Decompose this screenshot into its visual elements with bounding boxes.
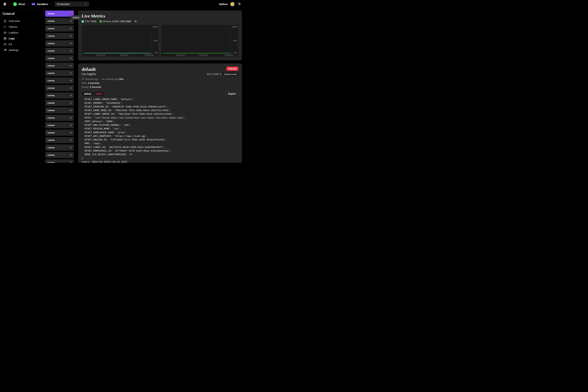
sidebar-item-label: Settings xyxy=(9,49,19,52)
detail-start: Start: 3 seconds xyxy=(82,81,123,85)
logo-icon[interactable] xyxy=(3,2,7,6)
sidebar-item-label: Overview xyxy=(9,20,20,22)
log-output[interactable]: RIVET_LOBBY_GROUP_NAME: 'default', RIVET… xyxy=(82,98,238,163)
lobby-item[interactable]: custom xyxy=(45,130,74,136)
lobby-item[interactable]: custom xyxy=(45,55,74,61)
lobby-name: custom xyxy=(47,161,55,163)
status-dot-icon xyxy=(70,20,72,22)
sidebar-item-kv[interactable]: KV xyxy=(2,42,40,47)
tab-stdout[interactable]: stdout xyxy=(82,92,93,96)
lobby-item[interactable]: custom xyxy=(45,107,74,114)
status-dot-icon xyxy=(70,80,72,81)
sidebar-item-tokens[interactable]: Tokens xyxy=(2,24,40,30)
lobby-name: custom xyxy=(47,86,55,90)
memory-chart: 100% 50% 0% 22:10 UTC 22:15 UTC 22:20 UT… xyxy=(161,24,238,57)
lobby-item[interactable]: custom xyxy=(45,70,74,76)
tab-stderr[interactable]: stderr xyxy=(93,92,105,96)
sidebar-item-lobbies[interactable]: Lobbies xyxy=(2,30,40,36)
lobby-item[interactable]: custom xyxy=(45,100,74,106)
lobby-name: custom xyxy=(47,154,55,156)
svg-rect-8 xyxy=(4,32,6,32)
lobby-item-selected[interactable]: default xyxy=(45,10,74,17)
lobby-name: custom xyxy=(47,79,55,82)
breadcrumb-org[interactable]: R Rivet xyxy=(13,2,25,6)
project-icon xyxy=(31,2,35,6)
status-dot-icon xyxy=(70,58,72,59)
status-badge: FAILED xyxy=(226,66,238,71)
chart-xtick: 22:10 UTC xyxy=(97,54,105,56)
chart-ytick: 0% xyxy=(155,52,158,54)
content-area: Live Metrics CPU 0.0% Memory 0.0 B / 182… xyxy=(76,8,244,163)
sidebar-item-settings[interactable]: Settings xyxy=(2,47,40,53)
user-name[interactable]: Nathan xyxy=(219,3,228,6)
chevron-right-icon xyxy=(27,3,29,6)
cpu-series-line xyxy=(84,53,151,53)
chart-ytick: 100% xyxy=(153,26,158,28)
status-dot-icon xyxy=(70,124,72,126)
status-dot-icon xyxy=(70,50,72,52)
user-avatar[interactable]: 😏 xyxy=(230,2,235,6)
svg-point-7 xyxy=(4,27,5,28)
svg-point-6 xyxy=(5,20,5,21)
lobby-item[interactable]: custom xyxy=(45,115,74,121)
sidebar-item-label: Lobbies xyxy=(9,31,18,34)
sidebar-item-label: Tokens xyxy=(9,26,17,28)
chart-xtick: 22:15 UTC xyxy=(199,54,208,56)
legend-memory-label: Memory xyxy=(103,20,111,23)
detail-ready: Ready: 0 seconds xyxy=(82,85,123,89)
sidebar-item-overview[interactable]: Overview xyxy=(2,18,40,24)
lobby-name: custom xyxy=(47,116,55,119)
legend-memory-value: 0.0 B / 182.0 MiB xyxy=(112,20,131,23)
exit-code-label: EXIT CODE: xyxy=(207,73,219,76)
lobby-item[interactable]: custom xyxy=(45,48,74,54)
status-dot-icon xyxy=(70,43,72,44)
help-icon[interactable]: ? xyxy=(134,20,137,23)
sidebar: General Overview Tokens Lobbies Logs KV … xyxy=(0,8,43,163)
lobby-item[interactable]: custom xyxy=(45,122,74,128)
lobby-item[interactable]: custom xyxy=(45,137,74,143)
status-dot-icon xyxy=(70,132,72,134)
status-dot-icon xyxy=(70,110,72,111)
lobby-name: custom xyxy=(47,109,55,112)
org-name: Rivet xyxy=(18,2,25,6)
chart-ytick: 0% xyxy=(234,52,237,54)
table-icon xyxy=(4,43,6,46)
export-button[interactable]: Export xyxy=(225,91,238,96)
lobby-item[interactable]: custom xyxy=(45,152,74,158)
server-icon xyxy=(4,31,6,34)
lobby-item[interactable]: custom xyxy=(45,144,74,151)
lobby-name: custom xyxy=(47,20,55,22)
lobby-item[interactable]: custom xyxy=(45,85,74,91)
chart-ytick: 100% xyxy=(232,26,237,28)
lobby-item[interactable]: custom xyxy=(45,62,74,69)
lobby-item[interactable]: custom xyxy=(45,78,74,84)
lobby-item[interactable]: custom xyxy=(45,92,74,98)
metrics-title: Live Metrics xyxy=(82,14,238,18)
lobby-item[interactable]: custom xyxy=(45,18,74,24)
topbar: R Rivet Sandbox Production Nathan 😏 xyxy=(0,0,244,8)
lobby-item[interactable]: custom xyxy=(45,33,74,39)
breadcrumb-project[interactable]: Sandbox xyxy=(31,2,48,6)
status-dot-icon xyxy=(70,140,72,141)
chart-ytick: 50% xyxy=(154,40,158,42)
status-dot-icon xyxy=(70,28,72,29)
exit-info: EXIT CODE: 1 Generic error xyxy=(207,72,238,76)
sidebar-item-label: KV xyxy=(9,43,12,46)
lobby-name: custom xyxy=(47,72,55,74)
svg-point-1 xyxy=(32,4,33,4)
lobby-detail-panel: default Los Angeles 47 seconds ago → 41 … xyxy=(78,64,242,163)
sidebar-item-logs[interactable]: Logs xyxy=(2,36,40,42)
lobby-item[interactable]: custom xyxy=(45,159,74,163)
environment-select[interactable]: Production xyxy=(54,2,89,7)
lobby-item[interactable]: custom xyxy=(45,26,74,32)
cpu-chart: 100% 50% 0% 22:10 UTC 22:15 UTC 22:20 UT… xyxy=(82,24,159,57)
gear-icon[interactable] xyxy=(237,2,241,6)
lobby-item[interactable]: custom xyxy=(45,40,74,46)
org-avatar: R xyxy=(13,2,17,6)
status-dot-icon xyxy=(70,154,72,156)
status-dot-icon xyxy=(70,102,72,104)
status-dot-failed-icon xyxy=(70,13,72,14)
logs-icon xyxy=(4,37,6,40)
lobby-name: custom xyxy=(47,146,55,149)
memory-swatch-icon xyxy=(100,20,102,22)
